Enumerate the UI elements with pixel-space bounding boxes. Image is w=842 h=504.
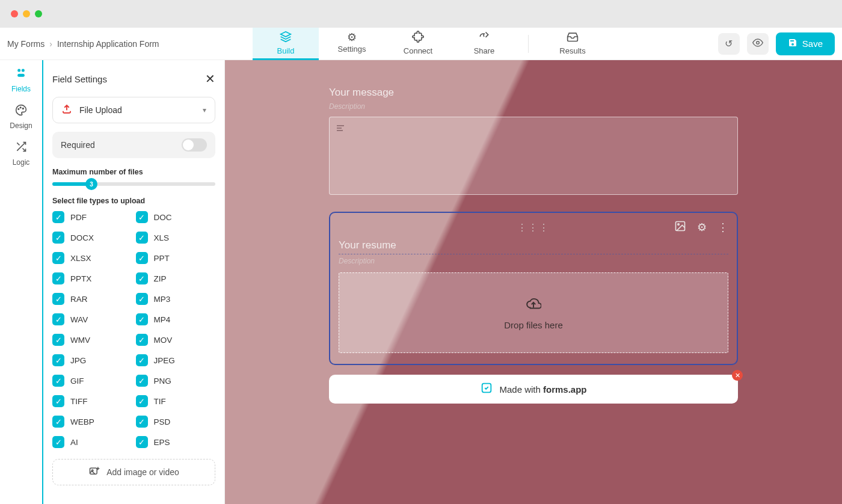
svg-point-7 bbox=[22, 108, 23, 109]
made-prefix: Made with bbox=[499, 384, 543, 395]
filetype-label: WMV bbox=[70, 336, 90, 345]
checkmark-icon: ✓ bbox=[52, 293, 64, 305]
checkmark-icon: ✓ bbox=[52, 375, 64, 387]
filetype-checkbox-mp4[interactable]: ✓MP4 bbox=[136, 313, 216, 325]
tab-build[interactable]: Build bbox=[253, 28, 319, 60]
filetype-checkbox-tiff[interactable]: ✓TIFF bbox=[52, 395, 132, 407]
window-close-dot[interactable] bbox=[11, 10, 18, 17]
add-media-label: Add image or video bbox=[106, 467, 179, 477]
top-nav: My Forms › Internship Application Form B… bbox=[0, 28, 842, 60]
filetype-checkbox-wmv[interactable]: ✓WMV bbox=[52, 334, 132, 346]
filetype-checkbox-eps[interactable]: ✓EPS bbox=[136, 436, 216, 448]
tab-connect[interactable]: Connect bbox=[385, 28, 451, 60]
breadcrumb-current[interactable]: Internship Application Form bbox=[57, 39, 159, 49]
filetype-checkbox-xlsx[interactable]: ✓XLSX bbox=[52, 252, 132, 264]
filetype-label: PDF bbox=[70, 213, 87, 222]
made-with-bar[interactable]: Made with forms.app ✕ bbox=[329, 375, 738, 404]
resume-field-selected[interactable]: ⋮⋮⋮ ⚙ ⋮ Your resume Description Drop fil… bbox=[329, 212, 738, 365]
tab-results[interactable]: Results bbox=[539, 28, 606, 60]
filetype-label: GIF bbox=[70, 376, 84, 386]
window-minimize-dot[interactable] bbox=[23, 10, 30, 17]
message-field[interactable]: Your message Description bbox=[329, 87, 738, 195]
svg-line-10 bbox=[17, 143, 19, 145]
filetype-label: XLS bbox=[154, 233, 170, 242]
close-icon[interactable]: ✕ bbox=[205, 72, 215, 86]
image-plus-icon bbox=[88, 466, 100, 479]
filetype-checkbox-wav[interactable]: ✓WAV bbox=[52, 313, 132, 325]
window-zoom-dot[interactable] bbox=[35, 10, 42, 17]
main: Fields Design Logic Field Settings ✕ Fil… bbox=[0, 60, 842, 504]
svg-point-3 bbox=[22, 69, 25, 72]
filetype-checkbox-rar[interactable]: ✓RAR bbox=[52, 293, 132, 305]
shuffle-icon bbox=[15, 141, 27, 156]
filetype-checkbox-mov[interactable]: ✓MOV bbox=[136, 334, 216, 346]
tab-settings[interactable]: ⚙ Settings bbox=[319, 28, 385, 60]
history-icon: ↺ bbox=[725, 38, 733, 49]
filetype-checkbox-doc[interactable]: ✓DOC bbox=[136, 211, 216, 223]
checkmark-icon: ✓ bbox=[136, 313, 148, 325]
svg-point-6 bbox=[20, 107, 21, 108]
svg-point-5 bbox=[18, 109, 19, 110]
made-with-text: Made with forms.app bbox=[499, 384, 586, 395]
breadcrumb-separator: › bbox=[49, 39, 52, 49]
cloud-upload-icon bbox=[526, 296, 541, 315]
filetype-checkbox-pptx[interactable]: ✓PPTX bbox=[52, 272, 132, 284]
checkmark-icon: ✓ bbox=[136, 293, 148, 305]
filetype-checkbox-jpg[interactable]: ✓JPG bbox=[52, 354, 132, 366]
filetype-checkbox-ppt[interactable]: ✓PPT bbox=[136, 252, 216, 264]
rail-fields[interactable]: Fields bbox=[11, 67, 31, 93]
max-files-section: Maximum number of files 3 bbox=[52, 168, 215, 186]
breadcrumb-root[interactable]: My Forms bbox=[7, 39, 45, 49]
upload-icon bbox=[61, 103, 72, 117]
image-icon[interactable] bbox=[674, 220, 686, 235]
rail-design[interactable]: Design bbox=[10, 104, 32, 130]
save-button[interactable]: Save bbox=[776, 32, 835, 55]
filetype-checkbox-zip[interactable]: ✓ZIP bbox=[136, 272, 216, 284]
filetype-checkbox-ai[interactable]: ✓AI bbox=[52, 436, 132, 448]
filetype-label: MP3 bbox=[154, 295, 171, 304]
slider-thumb[interactable]: 3 bbox=[85, 178, 97, 190]
message-textarea[interactable] bbox=[329, 117, 738, 195]
filetype-checkbox-jpeg[interactable]: ✓JPEG bbox=[136, 354, 216, 366]
breadcrumb: My Forms › Internship Application Form bbox=[0, 39, 159, 49]
history-button[interactable]: ↺ bbox=[718, 33, 740, 55]
filetype-label: PSD bbox=[154, 417, 171, 426]
filetype-checkbox-mp3[interactable]: ✓MP3 bbox=[136, 293, 216, 305]
gear-icon[interactable]: ⚙ bbox=[697, 221, 707, 234]
max-files-slider[interactable]: 3 bbox=[52, 182, 215, 186]
filetype-checkbox-xls[interactable]: ✓XLS bbox=[136, 232, 216, 244]
file-dropzone[interactable]: Drop files here bbox=[339, 272, 728, 353]
svg-point-1 bbox=[757, 41, 760, 44]
preview-button[interactable] bbox=[747, 33, 769, 55]
filetype-checkbox-png[interactable]: ✓PNG bbox=[136, 375, 216, 387]
add-media-button[interactable]: Add image or video bbox=[52, 459, 215, 485]
filetype-label: DOC bbox=[154, 213, 172, 222]
resume-label[interactable]: Your resume bbox=[339, 239, 728, 254]
palette-icon bbox=[15, 104, 27, 119]
filetype-label: RAR bbox=[70, 295, 88, 304]
left-rail: Fields Design Logic bbox=[0, 60, 43, 504]
more-vertical-icon[interactable]: ⋮ bbox=[718, 221, 728, 234]
save-label: Save bbox=[802, 38, 823, 49]
filetype-checkbox-docx[interactable]: ✓DOCX bbox=[52, 232, 132, 244]
tab-share[interactable]: Share bbox=[451, 28, 517, 60]
required-toggle[interactable] bbox=[182, 138, 207, 152]
resume-desc[interactable]: Description bbox=[339, 257, 728, 265]
panel-title: Field Settings bbox=[52, 74, 107, 84]
message-desc: Description bbox=[329, 102, 738, 111]
rail-logic[interactable]: Logic bbox=[13, 141, 30, 167]
filetype-checkbox-webp[interactable]: ✓WEBP bbox=[52, 416, 132, 428]
checkmark-icon: ✓ bbox=[136, 416, 148, 428]
filetype-checkbox-pdf[interactable]: ✓PDF bbox=[52, 211, 132, 223]
filetype-checkbox-gif[interactable]: ✓GIF bbox=[52, 375, 132, 387]
filetype-label: XLSX bbox=[70, 254, 91, 263]
filetype-label: EPS bbox=[154, 438, 170, 447]
filetype-checkbox-psd[interactable]: ✓PSD bbox=[136, 416, 216, 428]
made-brand: forms.app bbox=[543, 384, 587, 395]
drag-handle-icon[interactable]: ⋮⋮⋮ bbox=[517, 222, 550, 233]
filetype-checkbox-tif[interactable]: ✓TIF bbox=[136, 395, 216, 407]
form-canvas[interactable]: Your message Description ⋮⋮⋮ ⚙ ⋮ bbox=[225, 60, 842, 504]
close-badge-icon[interactable]: ✕ bbox=[732, 370, 743, 381]
checkmark-icon: ✓ bbox=[52, 416, 64, 428]
field-type-select[interactable]: File Upload ▾ bbox=[52, 97, 215, 123]
